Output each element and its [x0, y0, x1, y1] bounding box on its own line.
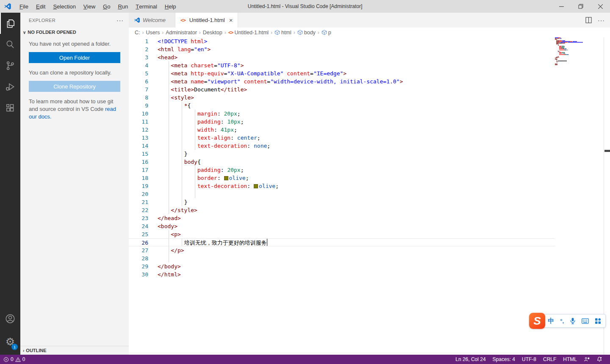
minimap[interactable]: [555, 37, 604, 355]
clone-repository-button[interactable]: Clone Repository: [29, 81, 120, 92]
menu-file[interactable]: File: [16, 0, 32, 13]
code-line-5[interactable]: 5 <meta http-equiv="X-UA-Compatible" con…: [129, 69, 555, 77]
status-eol[interactable]: CRLF: [540, 356, 560, 362]
code-line-28[interactable]: 28: [129, 254, 555, 262]
code-line-12[interactable]: 12 width: 41px;: [129, 126, 555, 134]
breadcrumb-item-c-[interactable]: C:: [135, 30, 140, 36]
code-line-23[interactable]: 23</head>: [129, 214, 555, 222]
menu-terminal[interactable]: Terminal: [132, 0, 161, 13]
breadcrumb-item-users[interactable]: Users: [146, 30, 160, 36]
code-line-9[interactable]: 9 *{: [129, 102, 555, 110]
outline-section-header[interactable]: › OUTLINE: [20, 346, 129, 355]
sidebar-item-run-debug[interactable]: [0, 76, 20, 97]
accounts-button[interactable]: [0, 308, 20, 329]
code-line-14[interactable]: 14 text-decoration: none;: [129, 142, 555, 150]
code-line-1[interactable]: 1<!DOCTYPE html>: [129, 37, 555, 45]
code-line-3[interactable]: 3<head>: [129, 53, 555, 61]
warning-count: 0: [22, 356, 25, 362]
sidebar-item-source-control[interactable]: [0, 55, 20, 76]
code-line-17[interactable]: 17 padding: 20px;: [129, 166, 555, 174]
breadcrumb-item-administrator[interactable]: Administrator: [166, 30, 197, 36]
code-line-13[interactable]: 13 text-align: center;: [129, 134, 555, 142]
code-line-10[interactable]: 10 margin: 20px;: [129, 110, 555, 118]
status-language-mode[interactable]: HTML: [560, 356, 580, 362]
line-content: <p>: [158, 230, 181, 238]
status-indentation[interactable]: Spaces: 4: [489, 356, 518, 362]
error-icon[interactable]: [3, 357, 9, 362]
code-line-7[interactable]: 7 <title>Document</title>: [129, 85, 555, 94]
code-line-8[interactable]: 8 <style>: [129, 94, 555, 102]
code-line-21[interactable]: 21 }: [129, 198, 555, 206]
code-line-26[interactable]: 26 培训无忧，致力于更好的培训服务: [129, 238, 555, 246]
code-line-19[interactable]: 19 text-decoration: olive;: [129, 182, 555, 190]
menu-help[interactable]: Help: [161, 0, 180, 13]
explorer-files-icon: [5, 18, 16, 29]
code-line-30[interactable]: 30</html>: [129, 270, 555, 279]
breadcrumb-item-desktop[interactable]: Desktop: [203, 30, 222, 36]
ime-punctuation-button[interactable]: °,: [560, 318, 564, 324]
status-cursor-position[interactable]: Ln 26, Col 24: [452, 356, 489, 362]
problems-status[interactable]: 00: [0, 356, 25, 362]
line-number: 10: [129, 110, 148, 118]
sidebar-item-explorer[interactable]: [0, 13, 20, 34]
line-content: text-decoration: olive;: [158, 182, 279, 190]
code-line-18[interactable]: 18 border: olive;: [129, 174, 555, 182]
ime-microphone-button[interactable]: [570, 317, 576, 324]
section-no-folder-opened[interactable]: ∨ NO FOLDER OPENED: [20, 28, 129, 37]
feedback-button[interactable]: [580, 356, 593, 362]
sidebar-item-extensions[interactable]: [0, 97, 20, 119]
open-folder-button[interactable]: Open Folder: [29, 52, 120, 63]
menu-run[interactable]: Run: [114, 0, 132, 13]
tab-welcome[interactable]: Welcome: [129, 13, 175, 28]
breadcrumb-item-html[interactable]: html: [274, 30, 291, 36]
code-line-6[interactable]: 6 <meta name="viewport" content="width=d…: [129, 77, 555, 85]
ime-chinese-mode-button[interactable]: 中: [548, 317, 554, 325]
split-editor-button[interactable]: [585, 17, 592, 23]
explorer-title: EXPLORER: [29, 18, 55, 23]
code-line-29[interactable]: 29</body>: [129, 262, 555, 270]
ime-toolbox-button[interactable]: [595, 318, 601, 324]
breadcrumb-item-body[interactable]: body: [297, 30, 316, 36]
warning-icon[interactable]: [15, 357, 21, 362]
restore-button[interactable]: [571, 0, 591, 13]
breadcrumb-item-untitled-1-html[interactable]: <>Untitled-1.html: [228, 30, 269, 36]
code-line-15[interactable]: 15 }: [129, 150, 555, 158]
menu-go[interactable]: Go: [99, 0, 114, 13]
status-encoding[interactable]: UTF-8: [518, 356, 540, 362]
notifications-button[interactable]: [593, 356, 606, 362]
minimize-button[interactable]: [552, 0, 571, 13]
breadcrumb-separator: ›: [142, 30, 144, 36]
editor-more-actions-button[interactable]: ···: [598, 17, 605, 24]
code-line-4[interactable]: 4 <meta charset="UTF-8">: [129, 61, 555, 69]
line-content: </html>: [158, 270, 181, 279]
explorer-more-actions-button[interactable]: ···: [116, 17, 124, 24]
color-swatch-olive[interactable]: [224, 176, 228, 180]
code-line-16[interactable]: 16 body{: [129, 158, 555, 166]
ime-keyboard-button[interactable]: [582, 318, 589, 324]
menu-view[interactable]: View: [80, 0, 99, 13]
code-line-20[interactable]: 20: [129, 190, 555, 198]
sidebar-item-search[interactable]: [0, 34, 20, 55]
code-line-11[interactable]: 11 padding: 10px;: [129, 118, 555, 126]
code-line-27[interactable]: 27 </p>: [129, 246, 555, 254]
editor-group: Welcome<>Untitled-1.html× ··· C:›Users›A…: [129, 13, 610, 355]
code-line-2[interactable]: 2<html lang="en">: [129, 45, 555, 53]
line-number: 8: [129, 94, 148, 102]
menu-edit[interactable]: Edit: [32, 0, 49, 13]
code-line-25[interactable]: 25 <p>: [129, 230, 555, 238]
line-number: 4: [129, 61, 148, 69]
breadcrumb-item-p[interactable]: p: [322, 30, 331, 36]
code-line-22[interactable]: 22 </style>: [129, 206, 555, 214]
settings-button[interactable]: ⚙ 1: [0, 331, 20, 352]
code-editor[interactable]: 1<!DOCTYPE html>2<html lang="en">3<head>…: [129, 37, 610, 355]
line-content: margin: 20px;: [158, 110, 241, 118]
overview-ruler[interactable]: [604, 37, 610, 355]
tab-untitled-1-html[interactable]: <>Untitled-1.html×: [175, 13, 238, 28]
menu-selection[interactable]: Selection: [49, 0, 79, 13]
close-tab-icon[interactable]: ×: [229, 17, 233, 24]
color-swatch-olive[interactable]: [254, 184, 258, 188]
code-line-24[interactable]: 24<body>: [129, 222, 555, 230]
sogou-logo-icon[interactable]: S: [529, 313, 545, 329]
line-number: 7: [129, 85, 148, 94]
close-window-button[interactable]: [591, 0, 610, 13]
